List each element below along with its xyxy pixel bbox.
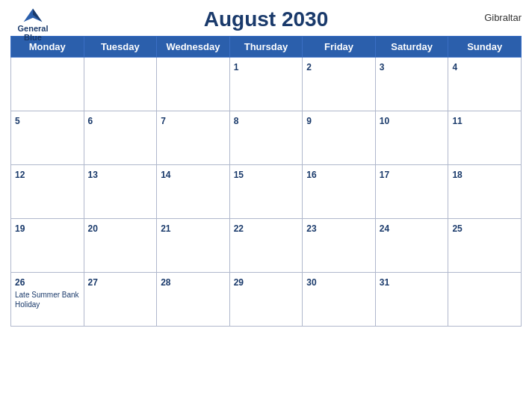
calendar-day-cell: 6 [84, 111, 157, 165]
logo-blue-text: Blue [24, 33, 42, 42]
calendar-day-cell [157, 58, 230, 111]
day-number: 2 [306, 62, 312, 72]
day-number: 31 [380, 277, 389, 288]
calendar-day-cell: 12 [11, 165, 84, 219]
header-wednesday: Wednesday [157, 37, 230, 58]
svg-marker-1 [33, 8, 42, 22]
calendar-day-cell: 10 [375, 111, 448, 165]
day-number: 19 [15, 223, 25, 234]
day-number: 9 [306, 116, 312, 126]
day-number: 22 [234, 223, 244, 234]
day-number: 8 [234, 116, 239, 126]
calendar-header: General Blue August 2030 Gibraltar [10, 7, 522, 31]
general-blue-logo-icon [22, 7, 43, 24]
day-number: 15 [234, 170, 244, 180]
day-number: 6 [88, 116, 93, 126]
day-number: 21 [161, 223, 170, 234]
calendar-body: 1234567891011121314151617181920212223242… [11, 58, 522, 327]
calendar-day-cell: 27 [84, 273, 157, 327]
day-number: 20 [88, 223, 98, 234]
calendar-day-cell: 31 [375, 273, 448, 327]
calendar-day-cell [448, 273, 522, 327]
day-number: 18 [452, 170, 462, 180]
region-label: Gibraltar [484, 12, 522, 23]
calendar-day-cell: 9 [303, 111, 376, 165]
calendar-day-cell: 8 [229, 111, 303, 165]
calendar-day-cell: 23 [303, 219, 376, 273]
day-number: 16 [306, 170, 316, 180]
calendar-day-cell: 14 [157, 165, 230, 219]
calendar-day-cell [11, 58, 84, 111]
calendar-day-cell: 1 [229, 58, 303, 111]
calendar-day-cell: 3 [375, 58, 448, 111]
day-number: 17 [380, 170, 389, 180]
day-number: 28 [161, 277, 170, 288]
day-number: 27 [88, 277, 98, 288]
header-saturday: Saturday [375, 37, 448, 58]
calendar-day-cell: 2 [303, 58, 376, 111]
calendar-day-cell [84, 58, 157, 111]
calendar-day-cell: 22 [229, 219, 303, 273]
calendar-day-cell: 20 [84, 219, 157, 273]
day-number: 26 [15, 277, 25, 288]
calendar-week-row: 1234 [11, 58, 522, 111]
day-number: 13 [88, 170, 98, 180]
calendar-container: General Blue August 2030 Gibraltar Monda… [0, 0, 532, 411]
calendar-month-year: August 2030 [10, 7, 522, 31]
day-number: 24 [380, 223, 389, 234]
weekday-header-row: Monday Tuesday Wednesday Thursday Friday… [11, 37, 522, 58]
calendar-day-cell: 4 [448, 58, 522, 111]
calendar-day-cell: 11 [448, 111, 522, 165]
calendar-week-row: 26Late Summer Bank Holiday2728293031 [11, 273, 522, 327]
calendar-grid: Monday Tuesday Wednesday Thursday Friday… [10, 36, 522, 327]
day-number: 12 [15, 170, 25, 180]
holiday-label: Late Summer Bank Holiday [15, 290, 80, 309]
calendar-day-cell: 21 [157, 219, 230, 273]
header-friday: Friday [303, 37, 376, 58]
calendar-day-cell: 25 [448, 219, 522, 273]
logo-general-text: General [18, 24, 49, 33]
header-tuesday: Tuesday [84, 37, 157, 58]
header-sunday: Sunday [448, 37, 522, 58]
day-number: 1 [234, 62, 239, 72]
calendar-day-cell: 5 [11, 111, 84, 165]
day-number: 11 [452, 116, 462, 126]
logo-area: General Blue [10, 7, 55, 42]
day-number: 10 [380, 116, 389, 126]
calendar-day-cell: 17 [375, 165, 448, 219]
calendar-title-area: August 2030 [10, 7, 522, 31]
calendar-week-row: 12131415161718 [11, 165, 522, 219]
day-number: 29 [234, 277, 244, 288]
calendar-day-cell: 16 [303, 165, 376, 219]
day-number: 3 [380, 62, 385, 72]
day-number: 25 [452, 223, 462, 234]
calendar-day-cell: 15 [229, 165, 303, 219]
day-number: 23 [306, 223, 316, 234]
calendar-day-cell: 28 [157, 273, 230, 327]
calendar-day-cell: 29 [229, 273, 303, 327]
day-number: 7 [161, 116, 166, 126]
calendar-day-cell: 30 [303, 273, 376, 327]
calendar-day-cell: 18 [448, 165, 522, 219]
calendar-day-cell: 7 [157, 111, 230, 165]
calendar-week-row: 567891011 [11, 111, 522, 165]
calendar-day-cell: 13 [84, 165, 157, 219]
day-number: 30 [306, 277, 316, 288]
day-number: 14 [161, 170, 170, 180]
calendar-day-cell: 19 [11, 219, 84, 273]
header-thursday: Thursday [229, 37, 303, 58]
calendar-day-cell: 26Late Summer Bank Holiday [11, 273, 84, 327]
calendar-day-cell: 24 [375, 219, 448, 273]
calendar-week-row: 19202122232425 [11, 219, 522, 273]
day-number: 5 [15, 116, 20, 126]
day-number: 4 [452, 62, 457, 72]
